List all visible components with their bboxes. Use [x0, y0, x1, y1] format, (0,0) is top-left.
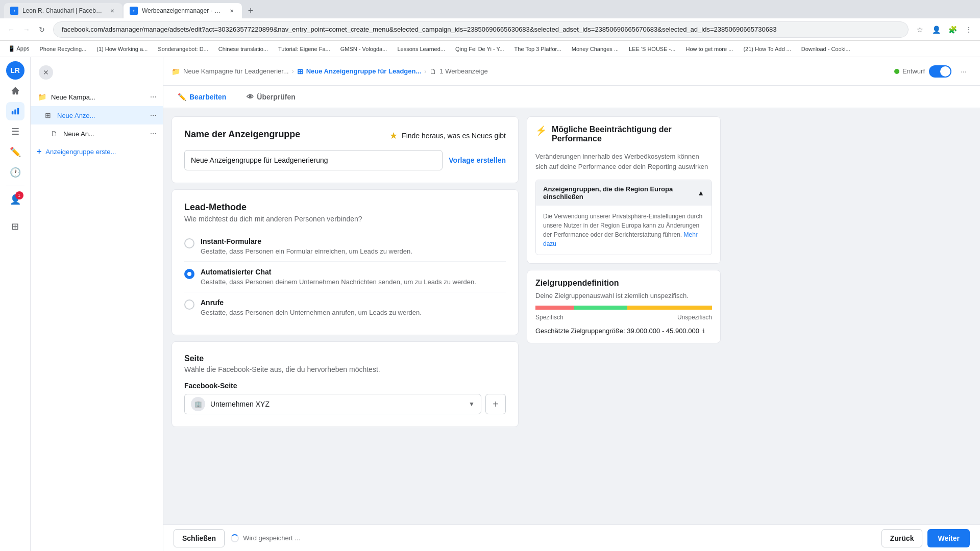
bookmark-2[interactable]: (1) How Working a...	[92, 44, 152, 54]
saving-text: Wird gespeichert ...	[243, 534, 300, 542]
fb-nav-menu[interactable]: ☰	[6, 122, 24, 141]
radio-chat[interactable]	[184, 269, 194, 279]
edit-icon: ✏️	[178, 93, 186, 101]
breadcrumb-campaign[interactable]: 📁 Neue Kampagne für Leadgenerier...	[172, 67, 289, 76]
chat-desc: Gestatte, dass Personen deinem Unternehm…	[201, 278, 506, 286]
breadcrumb-sep-1: ›	[292, 68, 294, 75]
radio-calls[interactable]	[184, 299, 194, 310]
page-dropdown-value: Unternehmen XYZ	[210, 400, 270, 408]
close-button[interactable]: Schließen	[174, 529, 225, 547]
fb-nav-clock[interactable]: 🕐	[6, 163, 24, 182]
page-dropdown[interactable]: 🏢 Unternehmen XYZ ▼	[184, 394, 481, 414]
add-page-button[interactable]: +	[485, 394, 506, 414]
info-icon[interactable]: ℹ	[702, 328, 705, 335]
lead-option-chat: Automatisierter Chat Gestatte, dass Pers…	[184, 262, 506, 292]
calls-desc: Gestatte, dass Personen dein Unternehmen…	[201, 309, 506, 316]
radio-instant[interactable]	[184, 238, 194, 248]
more-options-button[interactable]: ⋮	[962, 22, 976, 37]
review-icon: 👁	[247, 93, 254, 101]
fb-nav-chart[interactable]	[6, 102, 24, 120]
bookmark-apps[interactable]: 📱 Apps	[4, 44, 34, 54]
breadcrumb-adset-label: Neue Anzeigengruppe für Leadgen...	[306, 67, 422, 75]
bookmark-13[interactable]: (21) How To Add ...	[739, 44, 795, 54]
sidebar-ad-item[interactable]: 🗋 Neue An... ···	[31, 124, 163, 143]
sidebar-campaign-item[interactable]: 📁 Neue Kampa... ···	[31, 88, 163, 106]
breadcrumb-ad[interactable]: 🗋 1 Werbeanzeige	[429, 67, 487, 76]
bookmark-12[interactable]: How to get more ...	[681, 44, 737, 54]
performance-card-header: ⚡ Mögliche Beeinträchtigung der Performa…	[527, 117, 720, 152]
tab-favicon-facebook: f	[10, 7, 18, 15]
fb-nav-edit[interactable]: ✏️	[6, 143, 24, 161]
instant-title: Instant-Formulare	[201, 237, 506, 245]
adset-more-icon[interactable]: ···	[150, 111, 157, 120]
fb-nav-person[interactable]: 👤 1	[6, 190, 24, 209]
lead-method-subtitle: Wie möchtest du dich mit anderen Persone…	[184, 215, 506, 223]
publish-toggle[interactable]	[929, 65, 951, 78]
adset-name-input[interactable]	[184, 150, 443, 170]
back-button[interactable]: Zurück	[881, 529, 923, 547]
ad-more-icon[interactable]: ···	[150, 129, 157, 138]
address-input[interactable]	[53, 21, 909, 38]
audience-bar	[535, 306, 712, 310]
bookmark-8[interactable]: Qing Fei De Yi - Y...	[451, 44, 508, 54]
audience-card: Zielgruppendefinition Deine Zielgruppena…	[527, 270, 721, 343]
ad-item-label: Neue An...	[63, 130, 146, 138]
fb-left-sidebar: LR ☰ ✏️ 🕐 👤 1 ⊞	[0, 57, 31, 551]
warning-header[interactable]: Anzeigengruppen, die die Region Europa e…	[536, 180, 712, 206]
warning-section: Anzeigengruppen, die die Region Europa e…	[535, 180, 712, 255]
bookmark-14[interactable]: Download - Cooki...	[797, 44, 854, 54]
bookmark-7[interactable]: Lessons Learned...	[393, 44, 449, 54]
tab-close-facebook[interactable]: ✕	[108, 7, 116, 15]
warning-collapse-icon: ▲	[697, 189, 704, 197]
extensions-button[interactable]: 🧩	[945, 22, 960, 37]
bottom-left: Schließen Wird gespeichert ...	[174, 529, 300, 547]
forward-nav-button[interactable]: →	[19, 22, 34, 37]
breadcrumb-adset[interactable]: ⊞ Neue Anzeigengruppe für Leadgen...	[297, 67, 422, 76]
content-body: Name der Anzeigengruppe ★ Finde heraus, …	[163, 108, 980, 524]
add-adset-label: Anzeigengruppe erste...	[45, 148, 116, 156]
next-button[interactable]: Weiter	[927, 529, 970, 547]
bookmark-10[interactable]: Money Changes ...	[568, 44, 623, 54]
tab-bearbeiten[interactable]: ✏️ Bearbeiten	[172, 89, 232, 105]
bookmarks-bar: 📱 Apps Phone Recycling... (1) How Workin…	[0, 41, 980, 57]
top-nav-actions: Entwurf ···	[894, 63, 972, 80]
campaign-sidebar: ✕ 📁 Neue Kampa... ··· ⊞ Neue Anze... ···…	[31, 57, 163, 551]
tab-ueberpruefen[interactable]: 👁 Überprüfen	[240, 89, 301, 105]
star-icon: ★	[389, 130, 398, 141]
right-sidebar: ⚡ Mögliche Beeinträchtigung der Performa…	[527, 116, 721, 516]
chevron-down-icon: ▼	[469, 400, 475, 408]
new-tab-button[interactable]: +	[243, 3, 258, 18]
bookmark-1[interactable]: Phone Recycling...	[36, 44, 91, 54]
sidebar-close-button[interactable]: ✕	[39, 65, 53, 80]
campaign-more-icon[interactable]: ···	[150, 92, 157, 102]
find-out-section: ★ Finde heraus, was es Neues gibt	[389, 130, 506, 141]
tab-adsmanager[interactable]: f Werbeanzeigenmanager - Wer... ✕	[124, 3, 242, 18]
fb-nav-home[interactable]	[6, 82, 24, 100]
performance-icon: ⚡	[535, 125, 547, 136]
audience-desc: Deine Zielgruppenauswahl ist ziemlich un…	[535, 292, 712, 299]
bookmark-9[interactable]: The Top 3 Platfor...	[510, 44, 566, 54]
tab-close-adsmanager[interactable]: ✕	[228, 7, 236, 15]
bookmark-3[interactable]: Sonderangebot: D...	[154, 44, 212, 54]
bottom-bar: Schließen Wird gespeichert ... Zurück We…	[163, 524, 980, 551]
reload-button[interactable]: ↻	[35, 22, 49, 37]
ad-icon: 🗋	[49, 129, 59, 139]
sidebar-adset-item[interactable]: ⊞ Neue Anze... ···	[31, 106, 163, 124]
create-template-link[interactable]: Vorlage erstellen	[449, 156, 506, 164]
fb-avatar[interactable]: LR	[6, 61, 24, 80]
bookmark-5[interactable]: Tutorial: Eigene Fa...	[274, 44, 334, 54]
fb-nav-grid[interactable]: ⊞	[6, 217, 24, 236]
account-button[interactable]: 👤	[929, 22, 943, 37]
back-nav-button[interactable]: ←	[4, 22, 18, 37]
add-adset-button[interactable]: + Anzeigengruppe erste...	[31, 143, 163, 160]
nav-more-button[interactable]: ···	[955, 63, 972, 80]
bookmark-button[interactable]: ☆	[913, 22, 927, 37]
page-section-desc: Wähle die Facebook-Seite aus, die du her…	[184, 365, 506, 373]
bookmark-6[interactable]: GMSN - Vologda...	[336, 44, 391, 54]
bookmark-4[interactable]: Chinese translatio...	[214, 44, 272, 54]
audience-size-text: Geschätzte Zielgruppengröße: 39.000.000 …	[535, 327, 699, 335]
draft-dot	[894, 69, 899, 74]
bookmark-11[interactable]: LEE 'S HOUSE -...	[625, 44, 679, 54]
campaign-item-label: Neue Kampa...	[51, 93, 146, 101]
tab-facebook[interactable]: f Leon R. Chaudhari | Facebook ✕	[4, 3, 122, 18]
